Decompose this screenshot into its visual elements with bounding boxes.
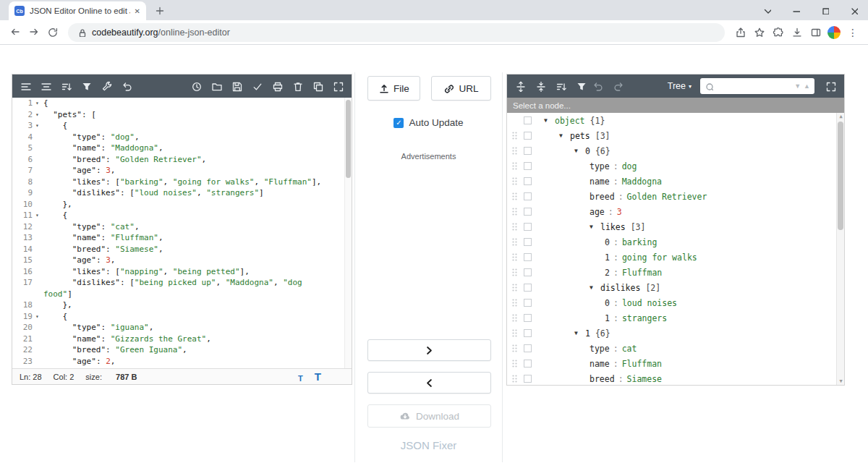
forward-button[interactable] xyxy=(25,23,43,42)
node-checkbox[interactable] xyxy=(524,268,532,276)
editor-line[interactable]: 15 "age": 3, xyxy=(12,255,352,266)
code-text[interactable]: { xyxy=(43,98,352,109)
editor-line[interactable]: 23 "age": 2, xyxy=(12,356,352,368)
drag-handle-icon[interactable] xyxy=(512,268,517,276)
tree-row[interactable]: 0:loud noises xyxy=(507,295,844,310)
code-text[interactable]: "type": "iguana", xyxy=(43,322,352,334)
profile-avatar[interactable] xyxy=(827,26,841,39)
code-text[interactable]: "dislikes": ["being picked up", "Maddogn… xyxy=(43,277,352,300)
tree-row[interactable]: ▼pets[3] xyxy=(507,128,844,143)
node-checkbox[interactable] xyxy=(524,284,532,292)
node-checkbox[interactable] xyxy=(524,162,532,170)
undo-icon[interactable] xyxy=(121,80,133,93)
download-button[interactable]: Download xyxy=(367,404,491,428)
code-text[interactable]: "breed": "Golden Retriever", xyxy=(43,154,352,166)
drag-handle-icon[interactable] xyxy=(512,132,517,140)
share-icon[interactable] xyxy=(731,23,749,42)
menu-kebab-icon[interactable]: ⋮ xyxy=(843,23,862,42)
fold-toggle-icon[interactable]: ▾ xyxy=(35,98,43,109)
collapse-arrow-icon[interactable]: ▼ xyxy=(590,224,600,230)
code-text[interactable]: { xyxy=(43,311,352,323)
editor-line[interactable]: 19▾ { xyxy=(12,311,352,323)
tab-close-icon[interactable]: ✕ xyxy=(135,7,140,15)
tab-search-chevron-icon[interactable] xyxy=(752,0,781,20)
code-text[interactable]: }, xyxy=(43,300,352,311)
editor-line[interactable]: 4 "type": "dog", xyxy=(12,132,352,143)
drag-handle-icon[interactable] xyxy=(512,299,517,307)
tree-row[interactable]: ▼object{1} xyxy=(507,113,844,128)
tree-row[interactable]: 0:barking xyxy=(507,234,844,250)
code-text[interactable]: "likes": ["barking", "going for walks", … xyxy=(43,177,352,188)
drag-handle-icon[interactable] xyxy=(512,208,517,216)
file-upload-button[interactable]: File xyxy=(367,76,420,101)
fold-toggle-icon[interactable]: ▾ xyxy=(35,210,43,221)
editor-line[interactable]: 2▾ "pets": [ xyxy=(12,109,352,121)
code-text[interactable]: "dislikes": ["loud noises", "strangers"] xyxy=(43,187,352,199)
node-checkbox[interactable] xyxy=(524,223,532,231)
fold-toggle-icon[interactable]: ▾ xyxy=(35,120,43,132)
new-tab-button[interactable] xyxy=(150,1,168,19)
editor-line[interactable]: 9 "dislikes": ["loud noises", "strangers… xyxy=(12,187,352,199)
drag-handle-icon[interactable] xyxy=(512,375,517,383)
filter-icon[interactable] xyxy=(80,80,93,93)
node-checkbox[interactable] xyxy=(524,177,532,185)
node-checkbox[interactable] xyxy=(524,238,532,246)
node-checkbox[interactable] xyxy=(524,344,532,352)
editor-line[interactable]: 6 "breed": "Golden Retriever", xyxy=(12,154,352,166)
search-next-icon[interactable]: ▼ xyxy=(793,82,802,90)
collapse-arrow-icon[interactable]: ▼ xyxy=(590,284,600,291)
editor-line[interactable]: 10 }, xyxy=(12,199,352,211)
editor-line[interactable]: 14 "breed": "Siamese", xyxy=(12,244,352,255)
sort-icon[interactable] xyxy=(60,80,72,93)
json-code-editor[interactable]: 1▾{2▾ "pets": [3▾ {4 "type": "dog",5 "na… xyxy=(12,98,352,368)
drag-handle-icon[interactable] xyxy=(512,192,517,200)
drag-handle-icon[interactable] xyxy=(512,360,517,368)
tree-mode-dropdown[interactable]: Tree ▾ xyxy=(668,81,692,91)
minimize-button[interactable] xyxy=(781,0,810,20)
node-checkbox[interactable] xyxy=(524,375,532,383)
code-text[interactable]: }, xyxy=(43,199,352,211)
node-value[interactable]: barking xyxy=(622,237,657,247)
expand-icon[interactable] xyxy=(332,80,344,93)
tree-row[interactable]: age:3 xyxy=(507,204,844,219)
node-checkbox[interactable] xyxy=(524,253,532,261)
collapse-arrow-icon[interactable]: ▼ xyxy=(574,330,585,336)
side-panel-icon[interactable] xyxy=(806,23,825,42)
tree-row[interactable]: type:dog xyxy=(507,158,844,174)
node-value[interactable]: strangers xyxy=(622,313,667,323)
node-checkbox[interactable] xyxy=(524,147,532,155)
editor-line[interactable]: 7 "age": 3, xyxy=(12,165,352,177)
editor-scrollbar[interactable] xyxy=(344,98,352,368)
format-icon[interactable] xyxy=(20,80,32,93)
collapse-arrow-icon[interactable]: ▼ xyxy=(574,148,585,154)
tree-row[interactable]: 1:strangers xyxy=(507,310,844,326)
drag-handle-icon[interactable] xyxy=(512,344,517,352)
drag-handle-icon[interactable] xyxy=(512,284,517,292)
tree-row[interactable]: type:cat xyxy=(507,341,844,356)
code-text[interactable]: { xyxy=(43,120,352,132)
code-text[interactable]: { xyxy=(43,210,352,221)
collapse-arrow-icon[interactable]: ▼ xyxy=(559,132,570,139)
editor-line[interactable]: 18 }, xyxy=(12,300,352,311)
drag-handle-icon[interactable] xyxy=(512,238,517,246)
transfer-left-button[interactable] xyxy=(367,372,491,394)
tree-expand-icon[interactable] xyxy=(825,80,837,93)
maximize-button[interactable] xyxy=(810,0,839,20)
json-fixer-link[interactable]: JSON Fixer xyxy=(355,439,502,451)
code-text[interactable]: "breed": "Green Iguana", xyxy=(43,344,352,356)
scroll-up-icon[interactable]: ▲ xyxy=(837,113,844,120)
code-text[interactable]: "age": 3, xyxy=(43,165,352,177)
back-button[interactable] xyxy=(6,23,25,42)
tree-row[interactable]: breed:Golden Retriever xyxy=(507,189,844,204)
node-checkbox[interactable] xyxy=(524,329,532,337)
editor-line[interactable]: 11▾ { xyxy=(12,210,352,221)
editor-line[interactable]: 20 "type": "iguana", xyxy=(12,322,352,334)
node-value[interactable]: dog xyxy=(622,161,637,171)
reload-button[interactable] xyxy=(43,23,62,42)
node-value[interactable]: Fluffman xyxy=(622,268,662,278)
code-text[interactable]: "likes": ["napping", "being petted"], xyxy=(43,266,352,278)
wrench-icon[interactable] xyxy=(101,80,113,93)
editor-scrollbar-thumb[interactable] xyxy=(346,100,351,178)
redo-icon[interactable] xyxy=(612,80,624,93)
code-text[interactable]: "name": "Gizzards the Great", xyxy=(43,334,352,345)
